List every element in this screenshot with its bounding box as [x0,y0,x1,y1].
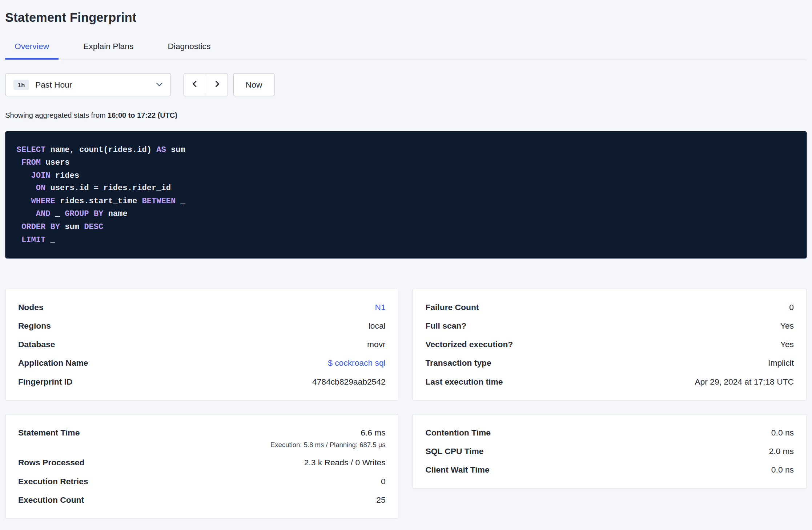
time-range-arrows [184,73,228,96]
time-controls: 1h Past Hour Now [5,73,807,96]
sql-line: SELECT name, count(rides.id) AS sum [17,144,796,156]
sql-line: ON users.id = rides.rider_id [17,182,796,195]
row-value-wrap: Apr 29, 2024 at 17:18 UTC [695,377,794,387]
row-value-wrap: 2.3 k Reads / 0 Writes [304,458,386,468]
sql-text: rides.start_time [55,197,142,206]
row-subvalue: Execution: 5.8 ms / Planning: 687.5 µs [270,441,386,449]
sql-statement-box: SELECT name, count(rides.id) AS sum FROM… [5,131,807,259]
card-row: Failure Count0 [425,298,794,317]
tab-bar: Overview Explain Plans Diagnostics [5,35,807,60]
execution-attributes-card: Failure Count0Full scan?YesVectorized ex… [413,289,807,401]
sql-text [17,171,31,180]
sql-text [17,222,21,232]
row-value: 0 [381,477,386,486]
row-value: movr [367,340,386,350]
chevron-right-icon [213,80,221,89]
chevron-down-icon [156,83,163,87]
card-row: Application Name$ cockroach sql [18,354,386,373]
sql-line: JOIN rides [17,169,796,182]
sql-text: name, count(rides.id) [45,145,156,154]
chevron-left-icon [191,80,198,89]
sql-text: _ [45,235,55,245]
row-label: SQL CPU Time [425,447,483,456]
caption-time-range: 16:00 to 17:22 (UTC) [108,111,177,119]
sql-line: AND _ GROUP BY name [17,208,796,221]
row-value: 2.0 ms [769,447,794,456]
card-row: Fingerprint ID4784cb829aab2542 [18,373,386,392]
statement-details-card: NodesN1RegionslocalDatabasemovrApplicati… [5,289,398,401]
statement-time-card: Statement Time6.6 msExecution: 5.8 ms / … [5,414,398,519]
card-row: NodesN1 [18,298,386,317]
row-label: Application Name [18,359,88,368]
tab-diagnostics[interactable]: Diagnostics [158,35,220,60]
row-value-wrap: 0 [789,303,794,312]
row-label: Rows Processed [18,458,85,468]
row-value: 25 [376,495,385,505]
row-label: Transaction type [425,359,491,368]
row-value-wrap: 0.0 ns [771,466,794,475]
card-row: Execution Count25 [18,491,386,510]
sql-text [17,158,21,168]
sql-keyword: ORDER BY [21,222,60,232]
card-row: Vectorized execution?Yes [425,336,794,354]
row-value-link[interactable]: $ cockroach sql [328,359,385,368]
row-value-wrap: 4784cb829aab2542 [312,377,386,387]
previous-range-button[interactable] [184,73,206,96]
card-row: Statement Time6.6 msExecution: 5.8 ms / … [18,423,386,454]
sql-text: _ [176,197,185,206]
card-row: Last execution timeApr 29, 2024 at 17:18… [425,373,794,392]
sql-keyword: LIMIT [21,235,45,245]
card-row: SQL CPU Time2.0 ms [425,442,794,461]
card-row: Transaction typeImplicit [425,354,794,373]
card-row: Rows Processed2.3 k Reads / 0 Writes [18,454,386,472]
sql-keyword: AND [36,209,51,219]
sql-text [17,209,36,219]
sql-keyword: ON [36,184,46,193]
row-label: Fingerprint ID [18,377,73,387]
page-title: Statement Fingerprint [5,5,807,35]
row-value-wrap: Yes [780,321,794,331]
now-button[interactable]: Now [233,73,275,96]
row-value-wrap: 0 [381,477,386,486]
row-value: 4784cb829aab2542 [312,377,386,387]
aggregated-stats-caption: Showing aggregated stats from 16:00 to 1… [5,111,807,119]
sql-text [17,184,36,193]
row-value-wrap: Implicit [768,359,794,368]
row-label: Failure Count [425,303,479,312]
card-row: Databasemovr [18,336,386,354]
sql-keyword: DESC [84,222,103,232]
sql-text: _ [50,209,65,219]
sql-keyword: GROUP BY [65,209,103,219]
row-label: Execution Count [18,495,84,505]
sql-keyword: JOIN [31,171,50,180]
row-value: 0.0 ns [771,466,794,475]
row-label: Regions [18,321,51,331]
row-label: Client Wait Time [425,466,489,475]
next-range-button[interactable] [206,73,228,96]
row-value-wrap: N1 [375,303,385,312]
row-value-wrap: movr [367,340,386,350]
time-range-label: Past Hour [35,80,72,89]
sql-keyword: FROM [21,158,41,168]
tab-explain-plans[interactable]: Explain Plans [74,35,143,60]
sql-text: sum [60,222,84,232]
row-value-link[interactable]: N1 [375,303,385,312]
row-value: Implicit [768,359,794,368]
sql-text: users [41,158,70,168]
sql-text: sum [166,145,185,154]
sql-keyword: WHERE [31,197,55,206]
card-row: Execution Retries0 [18,472,386,491]
sql-text [17,197,31,206]
row-value: local [369,321,386,331]
row-value: 6.6 ms [361,428,385,438]
row-value: 0.0 ns [771,428,794,438]
row-label: Nodes [18,303,44,312]
row-value-wrap: $ cockroach sql [328,359,385,368]
row-value: Yes [780,340,794,350]
sql-line: WHERE rides.start_time BETWEEN _ [17,195,796,208]
row-value-wrap: local [369,321,386,331]
time-range-select[interactable]: 1h Past Hour [5,73,171,96]
tab-overview[interactable]: Overview [5,35,58,60]
sql-keyword: SELECT [17,145,46,154]
sql-line: FROM users [17,156,796,169]
